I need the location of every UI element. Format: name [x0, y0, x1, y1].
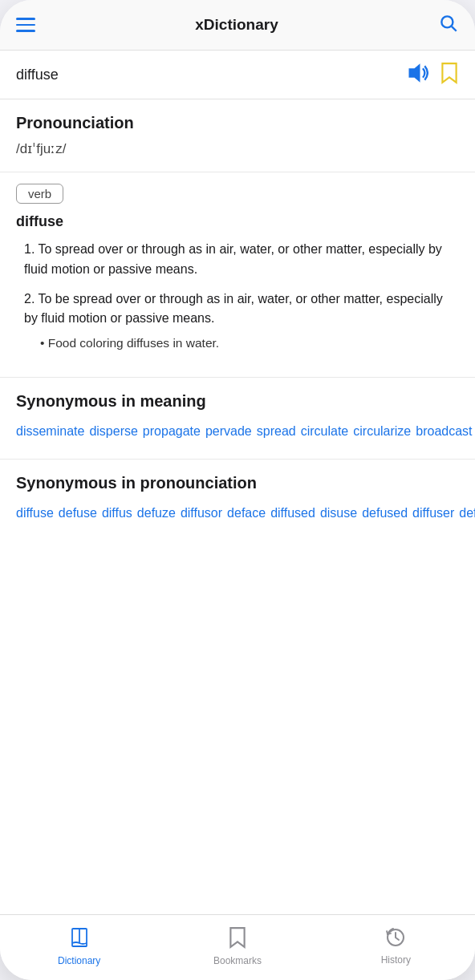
- pronunciation-title: Pronounciation: [16, 114, 459, 132]
- pos-tag: verb: [16, 184, 63, 204]
- pron-synonym-word[interactable]: defused: [362, 506, 408, 520]
- pron-synonym-word[interactable]: diffusor: [181, 506, 222, 520]
- pron-synonym-word[interactable]: diffuser: [412, 506, 454, 520]
- def-example-2: • Food coloring diffuses in water.: [24, 334, 459, 353]
- definition-item-1: 1. To spread over or through as in air, …: [16, 240, 459, 280]
- app-title: xDictionary: [195, 16, 278, 34]
- bottom-nav: Dictionary Bookmarks History: [0, 914, 475, 980]
- definition-list: 1. To spread over or through as in air, …: [16, 240, 459, 353]
- def-number-2: 2.: [24, 292, 35, 306]
- pron-synonym-word[interactable]: diffused: [270, 506, 315, 520]
- definition-item-2: 2. To be spread over or through as in ai…: [16, 290, 459, 354]
- synonym-word[interactable]: broadcast: [416, 424, 472, 438]
- svg-point-0: [441, 16, 453, 27]
- pron-synonym-word[interactable]: deface: [227, 506, 266, 520]
- menu-icon[interactable]: [16, 18, 35, 32]
- header: xDictionary: [0, 0, 475, 51]
- history-icon: [385, 927, 406, 951]
- ipa-text: /dɪˈfjuːz/: [16, 140, 459, 157]
- dictionary-icon: [68, 926, 91, 952]
- pron-synonym-word[interactable]: disuse: [320, 506, 357, 520]
- svg-marker-2: [409, 63, 420, 82]
- def-number-1: 1.: [24, 242, 35, 256]
- pron-synonym-word[interactable]: diffus: [102, 506, 132, 520]
- word-bar: diffuse: [0, 51, 475, 99]
- synonyms-meaning-title: Synonymous in meaning: [16, 392, 459, 411]
- definition-word: diffuse: [16, 213, 459, 230]
- main-content: Pronounciation /dɪˈfjuːz/ verb diffuse 1…: [0, 99, 475, 914]
- pron-synonym-word[interactable]: defuser: [459, 506, 475, 520]
- synonyms-meaning-section: Synonymous in meaning disseminatedispers…: [0, 378, 475, 460]
- search-icon[interactable]: [438, 13, 459, 37]
- synonyms-pron-section: Synonymous in pronounciation diffusedefu…: [0, 460, 475, 534]
- nav-item-bookmarks[interactable]: Bookmarks: [158, 915, 316, 980]
- synonym-word[interactable]: pervade: [205, 424, 252, 438]
- synonym-word[interactable]: propagate: [143, 424, 201, 438]
- speaker-icon[interactable]: [406, 62, 428, 87]
- word-actions: [406, 62, 459, 87]
- pronunciation-section: Pronounciation /dɪˈfjuːz/: [0, 99, 475, 172]
- nav-item-dictionary[interactable]: Dictionary: [0, 915, 158, 980]
- def-text-1: To spread over or through as in air, wat…: [24, 242, 442, 276]
- phone-frame: xDictionary diffuse Pron: [0, 0, 475, 980]
- pos-section: verb: [0, 172, 475, 213]
- nav-item-history[interactable]: History: [317, 915, 475, 980]
- synonym-word[interactable]: disperse: [89, 424, 137, 438]
- nav-label-history: History: [381, 954, 411, 966]
- synonym-word[interactable]: disseminate: [16, 424, 84, 438]
- synonyms-pron-words: diffusedefusediffusdefuzediffusordefaced…: [16, 500, 459, 526]
- bookmark-save-icon[interactable]: [440, 62, 459, 87]
- synonym-word[interactable]: circulate: [301, 424, 349, 438]
- pron-synonym-word[interactable]: defuze: [137, 506, 176, 520]
- synonym-word[interactable]: spread: [257, 424, 296, 438]
- current-word: diffuse: [16, 67, 59, 83]
- bookmarks-icon: [228, 926, 247, 952]
- pron-synonym-word[interactable]: defuse: [59, 506, 97, 520]
- pron-synonym-word[interactable]: diffuse: [16, 506, 54, 520]
- nav-label-bookmarks: Bookmarks: [213, 955, 262, 966]
- def-text-2: To be spread over or through as in air, …: [24, 292, 443, 326]
- nav-label-dictionary: Dictionary: [58, 955, 100, 966]
- definitions-section: diffuse 1. To spread over or through as …: [0, 213, 475, 378]
- synonyms-meaning-words: disseminatedispersepropagatepervadesprea…: [16, 419, 459, 444]
- synonym-word[interactable]: circularize: [353, 424, 411, 438]
- svg-line-1: [452, 26, 457, 31]
- synonyms-pron-title: Synonymous in pronounciation: [16, 474, 459, 492]
